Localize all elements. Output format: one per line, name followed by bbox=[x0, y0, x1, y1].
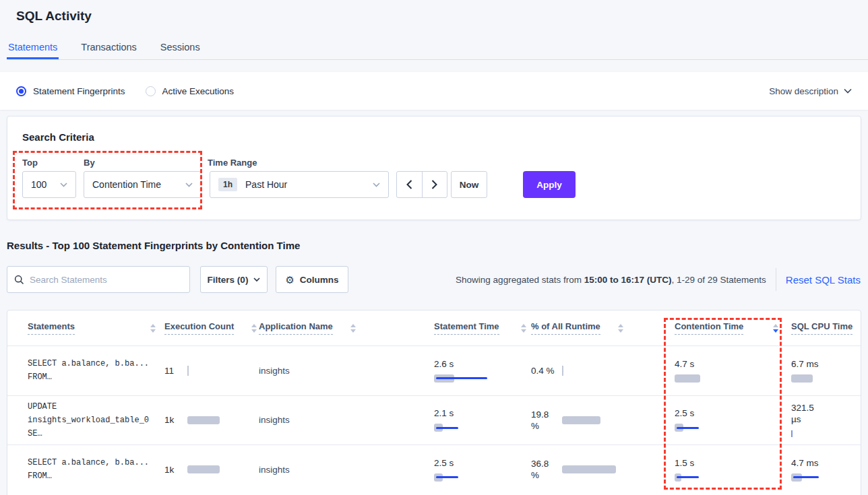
value-line: SELECT a.balance, b.ba... bbox=[28, 456, 164, 469]
chevron-down-icon bbox=[373, 183, 380, 187]
pct-runtime-cell: 0.4 % bbox=[531, 365, 675, 376]
sort-icon[interactable] bbox=[350, 324, 356, 333]
application-name-cell: insights bbox=[259, 465, 434, 475]
value-line: % bbox=[531, 420, 557, 432]
sql-cpu-time-value: 6.7 ms bbox=[791, 358, 861, 370]
contention-time-cell: 2.5 s bbox=[675, 407, 791, 432]
column-header-execution-count[interactable]: Execution Count bbox=[164, 321, 259, 335]
table-row[interactable]: SELECT a.balance, b.ba...FROM… 1k insigh… bbox=[7, 444, 861, 494]
contention-time-bar bbox=[675, 473, 791, 482]
statement-time-value: 2.6 s bbox=[434, 358, 531, 370]
pct-runtime-value: 19.8% bbox=[531, 409, 557, 432]
page-title: SQL Activity bbox=[16, 9, 92, 24]
show-description-toggle[interactable]: Show description bbox=[769, 86, 852, 96]
statement-time-value: 2.5 s bbox=[434, 457, 531, 469]
sql-cpu-time-value: 321.5µs bbox=[791, 402, 861, 425]
radio-statement-fingerprints[interactable]: Statement Fingerprints bbox=[16, 86, 125, 96]
chevron-down-icon bbox=[253, 277, 260, 282]
view-mode-band: Statement Fingerprints Active Executions… bbox=[0, 72, 868, 110]
execution-count-cell: 1k bbox=[164, 465, 259, 475]
column-header-label: Statements bbox=[28, 321, 75, 335]
search-criteria-card: Search Criteria Top By Time Range 100 Co… bbox=[7, 116, 861, 220]
sql-cpu-time-bar bbox=[791, 374, 861, 383]
statement-time-value: 2.1 s bbox=[434, 407, 531, 419]
chevron-down-icon bbox=[185, 183, 193, 187]
radio-selected-icon bbox=[16, 86, 26, 96]
time-nav-group bbox=[396, 171, 447, 198]
statement-cell[interactable]: UPDATEinsights_workload_table_0 SE… bbox=[7, 400, 164, 440]
radio-label: Statement Fingerprints bbox=[33, 86, 125, 96]
top-select-value: 100 bbox=[31, 179, 46, 190]
statements-table: StatementsExecution CountApplication Nam… bbox=[7, 310, 861, 495]
value-line: 1.5 s bbox=[675, 457, 791, 469]
pct-runtime-value: 36.8% bbox=[531, 458, 557, 481]
value-line: 0.4 % bbox=[531, 365, 557, 376]
now-button[interactable]: Now bbox=[451, 171, 487, 198]
sort-icon[interactable] bbox=[251, 324, 257, 333]
chevron-left-icon bbox=[406, 180, 412, 189]
pct-runtime-bar bbox=[562, 366, 563, 375]
column-header-label: Statement Time bbox=[434, 321, 499, 335]
column-header-statements[interactable]: Statements bbox=[7, 321, 164, 335]
apply-button[interactable]: Apply bbox=[523, 171, 576, 198]
value-line: FROM… bbox=[28, 469, 164, 483]
next-time-button[interactable] bbox=[423, 172, 447, 197]
reset-sql-stats-link[interactable]: Reset SQL Stats bbox=[786, 274, 861, 286]
value-line: SELECT a.balance, b.ba... bbox=[28, 357, 164, 370]
statement-cell[interactable]: SELECT a.balance, b.ba...FROM… bbox=[7, 357, 164, 384]
results-toolbar: Filters (0) ⚙ Columns Showing aggregated… bbox=[7, 266, 861, 293]
tab-statements[interactable]: Statements bbox=[7, 38, 59, 59]
execution-count-cell: 1k bbox=[164, 415, 259, 425]
execution-count-cell: 11 bbox=[164, 366, 259, 376]
column-header-label: Execution Count bbox=[164, 321, 234, 335]
sql-cpu-time-cell: 4.7 ms bbox=[791, 457, 861, 482]
column-header-label: SQL CPU Time bbox=[791, 321, 852, 335]
filters-label: Filters (0) bbox=[208, 275, 249, 285]
statement-time-cell: 2.1 s bbox=[434, 407, 531, 432]
contention-time-value: 1.5 s bbox=[675, 457, 791, 469]
radio-active-executions[interactable]: Active Executions bbox=[146, 86, 235, 96]
table-row[interactable]: UPDATEinsights_workload_table_0 SE… 1k i… bbox=[7, 395, 861, 445]
radio-unselected-icon bbox=[146, 86, 156, 96]
top-label: Top bbox=[22, 158, 38, 168]
column-header--of-all-runtime[interactable]: % of All Runtime bbox=[531, 321, 675, 335]
sort-icon[interactable] bbox=[618, 324, 623, 333]
time-range-select[interactable]: 1h Past Hour bbox=[210, 171, 389, 198]
contention-time-bar bbox=[675, 423, 791, 432]
filters-button[interactable]: Filters (0) bbox=[200, 266, 268, 293]
application-name-cell: insights bbox=[259, 415, 434, 425]
execution-count-bar bbox=[187, 366, 189, 375]
stats-time-range: 15:00 to 16:17 (UTC) bbox=[584, 275, 672, 285]
chevron-down-icon bbox=[844, 88, 852, 94]
value-line: insights_workload_table_0 SE… bbox=[28, 414, 164, 440]
aggregated-stats-text: Showing aggregated stats from 15:00 to 1… bbox=[456, 275, 766, 285]
column-header-contention-time[interactable]: Contention Time bbox=[675, 321, 791, 335]
statement-cell[interactable]: SELECT a.balance, b.ba...FROM… bbox=[7, 456, 164, 483]
gear-icon: ⚙ bbox=[285, 275, 294, 285]
value-line: 4.7 s bbox=[675, 358, 791, 370]
time-range-badge: 1h bbox=[218, 178, 237, 191]
results-heading: Results - Top 100 Statement Fingerprints… bbox=[7, 240, 300, 251]
pct-runtime-cell: 36.8% bbox=[531, 458, 675, 481]
value-line: UPDATE bbox=[28, 400, 164, 414]
previous-time-button[interactable] bbox=[397, 172, 423, 197]
vertical-divider bbox=[776, 268, 776, 291]
application-name-cell: insights bbox=[259, 366, 434, 376]
search-statements-input[interactable] bbox=[30, 275, 183, 285]
table-row[interactable]: SELECT a.balance, b.ba...FROM… 11 insigh… bbox=[7, 345, 861, 395]
columns-button[interactable]: ⚙ Columns bbox=[276, 266, 348, 293]
top-select[interactable]: 100 bbox=[22, 171, 76, 198]
sort-icon[interactable] bbox=[150, 324, 156, 333]
sql-cpu-time-bar bbox=[791, 429, 861, 438]
radio-label: Active Executions bbox=[162, 86, 235, 96]
table-header-row: StatementsExecution CountApplication Nam… bbox=[7, 310, 861, 345]
by-select[interactable]: Contention Time bbox=[84, 171, 202, 198]
sort-icon[interactable] bbox=[521, 324, 526, 333]
contention-time-cell: 1.5 s bbox=[675, 457, 791, 482]
tab-sessions[interactable]: Sessions bbox=[159, 38, 202, 59]
sort-icon[interactable] bbox=[773, 324, 778, 333]
column-header-statement-time[interactable]: Statement Time bbox=[434, 321, 531, 335]
contention-time-value: 2.5 s bbox=[675, 407, 791, 419]
tab-transactions[interactable]: Transactions bbox=[80, 38, 137, 59]
column-header-application-name[interactable]: Application Name bbox=[259, 321, 434, 335]
